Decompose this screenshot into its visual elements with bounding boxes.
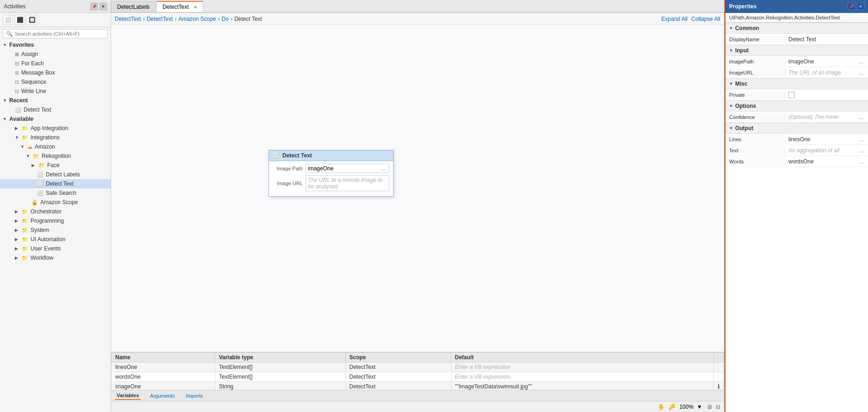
imagepath-input[interactable]: imageOne … xyxy=(306,164,389,173)
tab-detecttext[interactable]: DetectText ✕ xyxy=(156,1,203,12)
wf-expand-icon: ▶ xyxy=(15,256,19,260)
var-name[interactable]: imageOne xyxy=(112,382,215,390)
search-icon: 🔍 xyxy=(6,31,13,37)
tree-item-programming[interactable]: ▶ 📁 Programming xyxy=(0,216,111,225)
collapse-all-button[interactable]: Collapse All xyxy=(691,16,720,22)
close-properties-button[interactable]: ✕ xyxy=(857,3,864,10)
breadcrumb-item-2[interactable]: DetectText xyxy=(147,16,173,22)
breadcrumb-item-1[interactable]: DetectText xyxy=(115,16,141,22)
new-flowchart-button[interactable]: ⬛ xyxy=(15,15,25,25)
tree-item-workflow[interactable]: ▶ 📁 Workflow xyxy=(0,253,111,262)
col-name: Name xyxy=(112,353,215,362)
tree-item-sequence[interactable]: ⊟ Sequence xyxy=(0,77,111,87)
fit-icon[interactable]: ⊞ xyxy=(707,404,712,410)
tab-arguments[interactable]: Arguments xyxy=(148,392,176,400)
msgbox-icon: ⊞ xyxy=(15,70,19,76)
tree-item-face[interactable]: ▶ 📁 Face xyxy=(0,161,111,170)
confidence-value[interactable]: (Optional) The minin … xyxy=(786,112,868,122)
imagepath-dots-button[interactable]: … xyxy=(380,166,387,171)
tree-item-writeline[interactable]: ⊟ Write Line xyxy=(0,87,111,96)
prop-section-input[interactable]: ▼ Input xyxy=(725,45,868,56)
private-value[interactable] xyxy=(786,90,868,100)
prop-section-options-label: Options xyxy=(735,103,756,109)
activities-tree: ▼ Favorites ⊞ Assign ⊟ For Each ⊞ Messag… xyxy=(0,40,111,412)
tab-detectlabels[interactable]: DetectLabels xyxy=(111,1,156,12)
tree-item-messagebox[interactable]: ⊞ Message Box xyxy=(0,68,111,77)
text-prop-value[interactable]: An aggregation of all … xyxy=(786,146,868,155)
pin-properties-button[interactable]: 📌 xyxy=(848,3,855,10)
imagepath-prop-dots[interactable]: … xyxy=(857,59,865,64)
zoom-dropdown-button[interactable]: ▼ xyxy=(695,404,704,410)
amazonscope-icon: 🔒 xyxy=(31,200,38,206)
text-prop-dots[interactable]: … xyxy=(857,148,865,153)
tree-item-orchestrator[interactable]: ▶ 📁 Orchestrator xyxy=(0,207,111,216)
activities-search-bar[interactable]: 🔍 xyxy=(3,29,108,38)
displayname-value[interactable]: Detect Text xyxy=(786,35,868,44)
new-sequence-button[interactable]: ⬜ xyxy=(3,15,13,25)
imageurl-input[interactable]: The URL to a remote image to be analysed xyxy=(306,175,389,191)
var-row-imageone: imageOne String DetectText ""ImageTestDa… xyxy=(112,382,724,390)
tree-item-foreach[interactable]: ⊟ For Each xyxy=(0,59,111,68)
breadcrumb-item-4[interactable]: Do xyxy=(222,16,229,22)
var-name[interactable]: linesOne xyxy=(112,362,215,372)
hand-icon[interactable]: ✋ xyxy=(658,404,665,410)
tree-item-detecttext[interactable]: ⬜ Detect Text xyxy=(0,179,111,188)
canvas-area[interactable]: ⬜ Detect Text Image Path imageOne … Imag… xyxy=(111,25,724,352)
lines-dots[interactable]: … xyxy=(857,137,865,142)
tree-item-recent-detecttext[interactable]: ⬜ Detect Text xyxy=(0,105,111,114)
var-info xyxy=(714,372,724,382)
new-state-button[interactable]: 🔲 xyxy=(27,15,37,25)
private-checkbox[interactable] xyxy=(788,92,795,98)
tree-item-assign[interactable]: ⊞ Assign xyxy=(0,50,111,59)
tree-item-appintegration[interactable]: ▶ 📁 App Integration xyxy=(0,124,111,133)
available-section[interactable]: ▼ Available xyxy=(0,114,111,124)
imageurl-prop-value[interactable]: The URL of an image … xyxy=(786,68,868,77)
key-icon[interactable]: 🔑 xyxy=(668,404,675,410)
tree-item-detectlabels[interactable]: ⬜ Detect Labels xyxy=(0,170,111,179)
prop-section-output[interactable]: ▼ Output xyxy=(725,123,868,134)
recent-section[interactable]: ▼ Recent xyxy=(0,96,111,105)
imageurl-prop-dots[interactable]: … xyxy=(857,70,865,75)
var-default[interactable]: Enter a VB expression xyxy=(451,362,714,372)
var-default[interactable]: ""ImageTestData\swimsuit.jpg"" xyxy=(451,382,714,390)
tab-close-button[interactable]: ✕ xyxy=(194,5,197,10)
detect-text-block[interactable]: ⬜ Detect Text Image Path imageOne … Imag… xyxy=(269,150,393,197)
tree-item-uiautomation[interactable]: ▶ 📁 UI Automation xyxy=(0,235,111,244)
wf-folder-icon: 📁 xyxy=(22,255,28,261)
amazon-expand-icon: ▼ xyxy=(20,144,25,149)
breadcrumb-item-3[interactable]: Amazon Scope xyxy=(178,16,216,22)
lines-value[interactable]: linesOne … xyxy=(786,135,868,144)
words-value[interactable]: wordsOne … xyxy=(786,157,868,166)
confidence-dots[interactable]: … xyxy=(857,114,865,120)
grid-icon[interactable]: ⊟ xyxy=(716,404,720,410)
var-name[interactable]: wordsOne xyxy=(112,372,215,382)
safesearch-icon: ⬜ xyxy=(37,190,44,196)
tree-item-rekognition[interactable]: ▼ 📁 Rekognition xyxy=(0,151,111,161)
var-default[interactable]: Enter a VB expression xyxy=(451,372,714,382)
face-folder-icon: 📁 xyxy=(38,162,45,169)
foreach-icon: ⊟ xyxy=(15,61,19,67)
tree-item-system[interactable]: ▶ 📁 System xyxy=(0,225,111,235)
properties-header: Properties 📌 ✕ xyxy=(725,0,868,13)
tab-imports[interactable]: Imports xyxy=(184,392,205,400)
prop-section-options[interactable]: ▼ Options xyxy=(725,100,868,112)
tree-item-safesearch[interactable]: ⬜ Safe Search xyxy=(0,188,111,198)
tab-variables[interactable]: Variables xyxy=(115,392,141,400)
close-panel-button[interactable]: ✕ xyxy=(100,3,107,10)
tree-item-amazonscope[interactable]: 🔒 Amazon Scope xyxy=(0,198,111,207)
pin-button[interactable]: 📌 xyxy=(90,3,98,10)
favorites-section[interactable]: ▼ Favorites xyxy=(0,40,111,50)
search-input[interactable] xyxy=(15,31,105,37)
tree-item-label: App Integration xyxy=(31,125,68,131)
expand-all-button[interactable]: Expand All xyxy=(662,16,688,22)
tree-item-userevents[interactable]: ▶ 📁 User Events xyxy=(0,244,111,253)
words-dots[interactable]: … xyxy=(857,159,865,164)
tree-item-amazon[interactable]: ▼ ☁ Amazon xyxy=(0,142,111,151)
tree-item-label: Face xyxy=(47,162,60,169)
prop-section-misc[interactable]: ▼ Misc xyxy=(725,78,868,89)
tree-item-integrations[interactable]: ▼ 📁 Integrations xyxy=(0,133,111,142)
imagepath-prop-value[interactable]: imageOne … xyxy=(786,57,868,66)
block-field-imagepath: Image Path imageOne … xyxy=(273,164,389,173)
displayname-label: DisplayName xyxy=(725,35,786,44)
prop-section-common[interactable]: ▼ Common xyxy=(725,23,868,34)
